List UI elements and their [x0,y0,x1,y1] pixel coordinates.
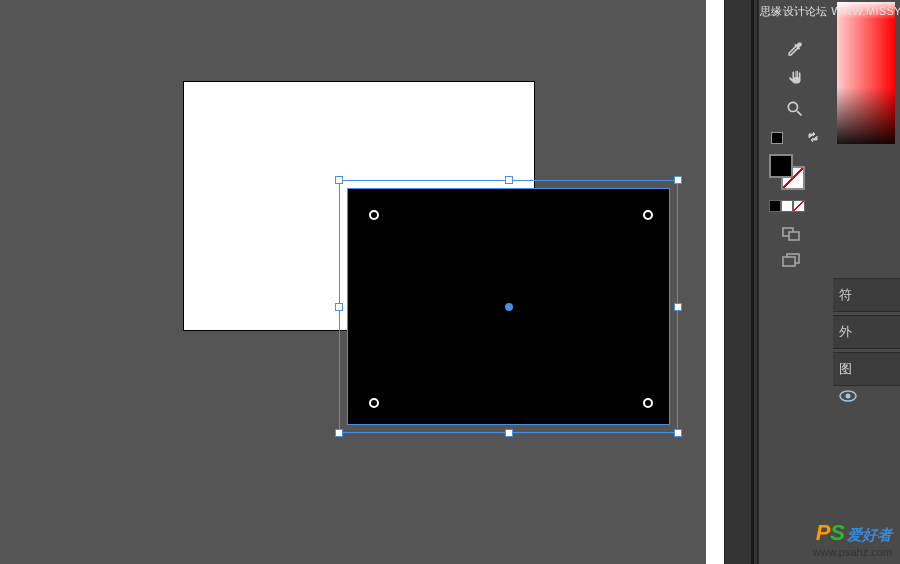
corner-radius-handle-br[interactable] [643,398,653,408]
eyedropper-tool[interactable] [781,36,809,62]
magnifier-icon [785,99,805,119]
corner-radius-handle-bl[interactable] [369,398,379,408]
panel-label: 外 [839,323,852,341]
selected-rectangle-shape[interactable] [339,180,678,433]
eyedropper-icon [785,39,805,59]
default-colors-icon[interactable] [771,132,783,144]
panel-label: 图 [839,360,852,378]
panel-label: 符 [839,286,852,304]
swatch-none[interactable] [793,200,805,212]
resize-handle-bl[interactable] [335,429,343,437]
panel-section-symbols[interactable]: 符 [833,278,900,312]
watermark-top-url: WWW.MISSYUAN.COM [831,5,900,17]
foreground-background-colors [769,154,809,192]
visibility-eye-icon[interactable] [839,390,857,402]
resize-handle-mr[interactable] [674,303,682,311]
color-spectrum-picker[interactable] [837,2,895,144]
watermark-url: www.psahz.com [813,546,892,558]
panel-section-layers[interactable]: 图 [833,352,900,386]
swap-colors-icon[interactable] [807,130,821,144]
watermark-bottom: PS爱好者 www.psahz.com [813,520,892,558]
mini-color-swatches [769,200,817,214]
swatch-black[interactable] [769,200,781,212]
ps-tag: 爱好者 [847,526,892,543]
overlap-squares-icon [781,226,801,242]
watermark-top: 思缘设计论坛 WWW.MISSYUAN.COM [760,4,900,19]
resize-handle-ml[interactable] [335,303,343,311]
swap-colors-section [771,130,823,150]
panel-icon-1[interactable] [781,226,807,248]
hand-icon [785,69,805,89]
right-panel-strip: 符 外 图 [833,0,900,564]
panel-section-appearance[interactable]: 外 [833,315,900,349]
resize-handle-tm[interactable] [505,176,513,184]
resize-handle-bm[interactable] [505,429,513,437]
svg-point-5 [846,394,851,399]
zoom-tool[interactable] [781,96,809,122]
panel-divider[interactable] [724,0,758,564]
resize-handle-br[interactable] [674,429,682,437]
hand-tool[interactable] [781,66,809,92]
transform-center-point[interactable] [505,303,513,311]
stacked-squares-icon [781,252,801,268]
foreground-color-swatch[interactable] [769,154,793,178]
ps-logo: PS [816,520,845,546]
canvas-area[interactable] [0,0,706,564]
tool-panel [758,0,833,564]
vertical-scrollbar[interactable] [706,0,724,564]
resize-handle-tr[interactable] [674,176,682,184]
watermark-top-cn: 思缘设计论坛 [760,5,828,17]
swatch-white[interactable] [781,200,793,212]
panel-icon-2[interactable] [781,252,807,274]
svg-rect-3 [783,257,795,266]
svg-rect-1 [789,232,799,240]
resize-handle-tl[interactable] [335,176,343,184]
corner-radius-handle-tr[interactable] [643,210,653,220]
corner-radius-handle-tl[interactable] [369,210,379,220]
